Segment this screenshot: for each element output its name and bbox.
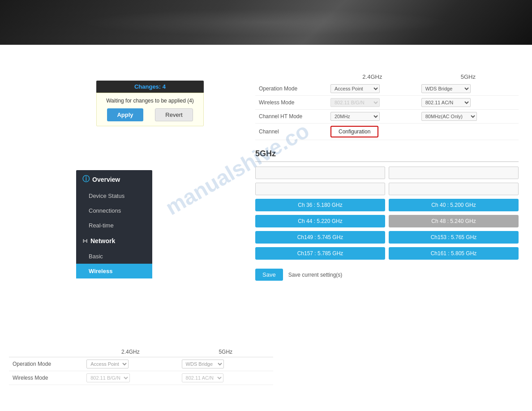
bottom-operation-label: Operation Mode bbox=[9, 357, 83, 371]
channel-ht-24-cell: 20MHz 40MHz bbox=[327, 110, 418, 124]
changes-header: Changes: 4 bbox=[96, 81, 204, 93]
sidebar-connections-label: Connections bbox=[89, 207, 121, 214]
save-note: Save current setting(s) bbox=[288, 272, 343, 278]
frequency-config-table: 2.4GHz 5GHz Operation Mode Access Point … bbox=[255, 72, 519, 140]
operation-mode-5-select[interactable]: WDS Bridge Access Point Client bbox=[421, 84, 471, 93]
page-content: Changes: 4 Waiting for changes to be app… bbox=[0, 45, 532, 411]
channel-row-inputs-2 bbox=[255, 183, 519, 195]
bottom-operation-24-select[interactable]: Access Point WDS Bridge bbox=[86, 360, 129, 368]
col-5ghz-header: 5GHz bbox=[418, 72, 519, 82]
changes-count-label: Changes: 4 bbox=[134, 83, 166, 90]
main-panel: 2.4GHz 5GHz Operation Mode Access Point … bbox=[255, 72, 519, 281]
channel-row-36-40: Ch 36 : 5.180 GHz Ch 40 : 5.200 GHz bbox=[255, 199, 519, 211]
bottom-operation-24-cell: Access Point WDS Bridge bbox=[83, 357, 178, 371]
wireless-mode-5-select[interactable]: 802.11 AC/N bbox=[421, 98, 471, 107]
operation-mode-label: Operation Mode bbox=[255, 82, 327, 96]
save-area: Save Save current setting(s) bbox=[255, 269, 519, 281]
sidebar-basic-label: Basic bbox=[89, 253, 103, 260]
channel-btn-48[interactable]: Ch 48 : 5.240 GHz bbox=[389, 215, 519, 227]
channel-label: Channel bbox=[255, 124, 327, 140]
sidebar-realtime-label: Real-time bbox=[89, 222, 114, 229]
wireless-mode-24-cell: 802.11 B/G/N bbox=[327, 96, 418, 110]
channel-input-2 bbox=[389, 167, 519, 179]
channel-btn-40[interactable]: Ch 40 : 5.200 GHz bbox=[389, 199, 519, 211]
bottom-col-5-header: 5GHz bbox=[178, 347, 273, 357]
wireless-mode-label: Wireless Mode bbox=[255, 96, 327, 110]
sidebar-wireless-label: Wireless bbox=[89, 268, 112, 274]
operation-mode-24-select[interactable]: Access Point WDS Bridge Client bbox=[330, 84, 380, 93]
table-row-operation-mode: Operation Mode Access Point WDS Bridge C… bbox=[255, 82, 519, 96]
channel-ht-label: Channel HT Mode bbox=[255, 110, 327, 124]
channel-row-inputs-1 bbox=[255, 167, 519, 179]
channel-btn-153[interactable]: Ch153 : 5.765 GHz bbox=[389, 231, 519, 244]
bottom-operation-5-cell: WDS Bridge Access Point bbox=[178, 357, 273, 371]
table-row-channel-ht: Channel HT Mode 20MHz 40MHz 80MHz(AC Onl… bbox=[255, 110, 519, 124]
bottom-wireless-5-select: 802.11 AC/N bbox=[182, 373, 223, 382]
sidebar: ⓘ Overview Device Status Connections Rea… bbox=[76, 170, 152, 278]
bottom-wireless-label: Wireless Mode bbox=[9, 371, 83, 385]
bottom-operation-5-select[interactable]: WDS Bridge Access Point bbox=[182, 360, 224, 368]
sidebar-item-realtime[interactable]: Real-time bbox=[76, 218, 152, 233]
sidebar-network-label: Network bbox=[90, 237, 115, 244]
wireless-mode-24-select: 802.11 B/G/N bbox=[330, 98, 380, 107]
channel-btn-161[interactable]: Ch161 : 5.805 GHz bbox=[389, 247, 519, 260]
sidebar-item-device-status[interactable]: Device Status bbox=[76, 188, 152, 203]
changes-box: Changes: 4 Waiting for changes to be app… bbox=[96, 81, 204, 126]
ghz5-title: 5GHz bbox=[255, 149, 519, 162]
channel-input-4 bbox=[389, 183, 519, 195]
sidebar-item-connections[interactable]: Connections bbox=[76, 203, 152, 218]
channel-btn-44[interactable]: Ch 44 : 5.220 GHz bbox=[255, 215, 385, 227]
operation-mode-5-cell: WDS Bridge Access Point Client bbox=[418, 82, 519, 96]
bottom-wireless-24-cell: 802.11 B/G/N bbox=[83, 371, 178, 385]
changes-body: Waiting for changes to be applied (4) Ap… bbox=[96, 93, 204, 126]
channel-btn-149[interactable]: Ch149 : 5.745 GHz bbox=[255, 231, 385, 244]
channel-input-3 bbox=[255, 183, 385, 195]
table-row-channel: Channel Configuration bbox=[255, 124, 519, 140]
table-row-wireless-mode: Wireless Mode 802.11 B/G/N 802.11 AC/N bbox=[255, 96, 519, 110]
changes-message: Waiting for changes to be applied (4) bbox=[101, 98, 199, 104]
sidebar-overview-section: ⓘ Overview bbox=[76, 170, 152, 188]
bottom-table-area: 2.4GHz 5GHz Operation Mode Access Point … bbox=[0, 347, 532, 385]
col-24ghz-header: 2.4GHz bbox=[327, 72, 418, 82]
share-icon: ∺ bbox=[82, 237, 88, 244]
table-row-bottom-wireless: Wireless Mode 802.11 B/G/N 802.11 AC/N bbox=[9, 371, 273, 385]
sidebar-item-wireless[interactable]: Wireless bbox=[76, 264, 152, 278]
channel-input-1 bbox=[255, 167, 385, 179]
bottom-wireless-5-cell: 802.11 AC/N bbox=[178, 371, 273, 385]
changes-buttons: Apply Revert bbox=[101, 108, 199, 121]
table-row-bottom-operation: Operation Mode Access Point WDS Bridge W… bbox=[9, 357, 273, 371]
sidebar-device-status-label: Device Status bbox=[89, 193, 124, 199]
channel-btn-157[interactable]: Ch157 : 5.785 GHz bbox=[255, 247, 385, 260]
wireless-mode-5-cell: 802.11 AC/N bbox=[418, 96, 519, 110]
save-button[interactable]: Save bbox=[255, 269, 283, 281]
sidebar-overview-label: Overview bbox=[92, 176, 120, 183]
ghz5-section: 5GHz Ch 36 : 5.180 GHz Ch 40 : 5.200 GHz… bbox=[255, 149, 519, 281]
bottom-config-table: 2.4GHz 5GHz Operation Mode Access Point … bbox=[9, 347, 273, 385]
sidebar-item-basic[interactable]: Basic bbox=[76, 249, 152, 264]
sidebar-network-section: ∺ Network bbox=[76, 233, 152, 249]
channel-ht-5-select[interactable]: 80MHz(AC Only) 40MHz 20MHz bbox=[421, 112, 477, 121]
channel-btn-36[interactable]: Ch 36 : 5.180 GHz bbox=[255, 199, 385, 211]
bottom-wireless-24-select: 802.11 B/G/N bbox=[86, 373, 130, 382]
channel-row-44-48: Ch 44 : 5.220 GHz Ch 48 : 5.240 GHz bbox=[255, 215, 519, 227]
channel-row-157-161: Ch157 : 5.785 GHz Ch161 : 5.805 GHz bbox=[255, 247, 519, 260]
info-icon: ⓘ bbox=[82, 175, 90, 184]
apply-button[interactable]: Apply bbox=[107, 108, 143, 121]
bottom-col-24-header: 2.4GHz bbox=[83, 347, 178, 357]
channel-ht-5-cell: 80MHz(AC Only) 40MHz 20MHz bbox=[418, 110, 519, 124]
channel-row-149-153: Ch149 : 5.745 GHz Ch153 : 5.765 GHz bbox=[255, 231, 519, 244]
revert-button[interactable]: Revert bbox=[155, 108, 193, 121]
header-banner bbox=[0, 0, 532, 45]
operation-mode-24-cell: Access Point WDS Bridge Client bbox=[327, 82, 418, 96]
channel-config-cell: Configuration bbox=[327, 124, 519, 140]
configuration-button[interactable]: Configuration bbox=[330, 126, 378, 137]
channel-ht-24-select[interactable]: 20MHz 40MHz bbox=[330, 112, 380, 121]
